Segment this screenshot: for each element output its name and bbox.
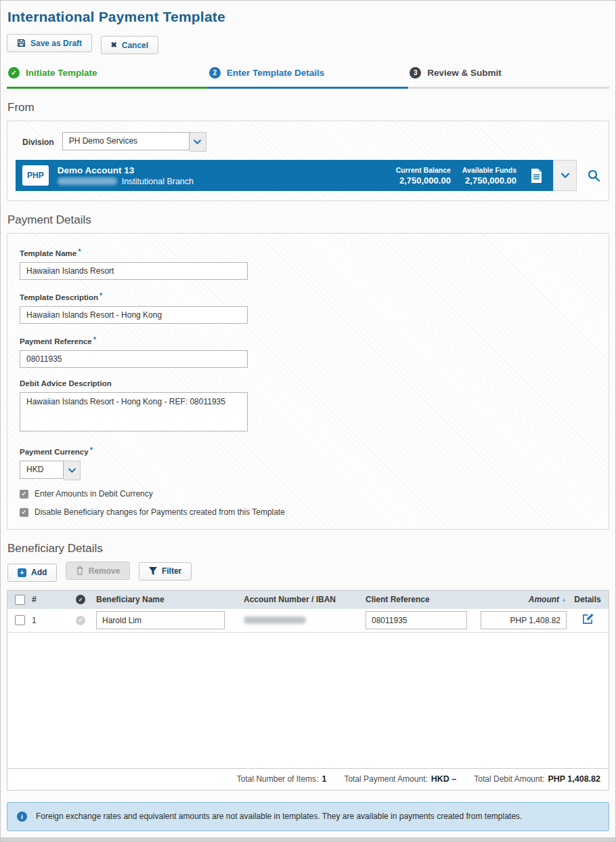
available-funds: Available Funds 2,750,000.00 <box>462 166 516 186</box>
add-beneficiary-button[interactable]: + Add <box>7 564 57 582</box>
total-payment-value: HKD – <box>431 774 457 784</box>
enter-amounts-checkbox[interactable]: ✓ <box>20 490 28 499</box>
save-icon <box>17 39 26 47</box>
save-as-draft-button[interactable]: Save as Draft <box>7 34 92 52</box>
payment-currency-select[interactable]: HKD <box>20 461 81 480</box>
disable-beneficiary-checkbox-row: ✓ Disable Beneficiary changes for Paymen… <box>20 507 596 517</box>
client-reference-column-header[interactable]: Client Reference <box>366 595 472 604</box>
payment-reference-field: Payment Reference* <box>20 335 596 368</box>
info-icon: i <box>17 812 27 822</box>
international-payment-template-page: International Payment Template Save as D… <box>0 0 616 842</box>
beneficiary-details-heading: Beneficiary Details <box>7 542 609 555</box>
document-icon[interactable] <box>530 168 543 184</box>
division-select-value[interactable]: PH Demo Services <box>62 132 190 150</box>
required-marker: * <box>90 446 93 454</box>
template-name-field: Template Name* <box>20 247 596 280</box>
template-name-label: Template Name <box>20 249 76 257</box>
disable-beneficiary-checkbox[interactable]: ✓ <box>20 508 28 517</box>
add-label: Add <box>31 568 47 577</box>
available-funds-label: Available Funds <box>462 166 516 174</box>
close-icon: ✖ <box>111 41 117 49</box>
page-title: International Payment Template <box>7 9 609 25</box>
total-payment-amount: Total Payment Amount:HKD – <box>344 774 456 784</box>
payment-reference-input[interactable] <box>20 350 248 368</box>
payment-currency-field: Payment Currency* HKD <box>20 446 596 480</box>
step-3-label: Review & Submit <box>427 68 502 78</box>
trash-icon <box>76 566 84 575</box>
client-reference-input[interactable] <box>366 611 467 629</box>
required-marker: * <box>100 291 102 299</box>
account-card[interactable]: PHP Demo Account 13 Institutional Branch… <box>16 160 553 191</box>
disable-beneficiary-label: Disable Beneficiary changes for Payments… <box>35 507 285 517</box>
beneficiary-name-column-header[interactable]: Beneficiary Name <box>96 595 244 604</box>
step-review-submit[interactable]: 3 Review & Submit <box>408 66 609 89</box>
available-funds-value: 2,750,000.00 <box>462 175 516 186</box>
cancel-button[interactable]: ✖ Cancel <box>101 36 159 54</box>
chevron-down-icon[interactable] <box>190 132 206 152</box>
account-chevron-down-icon[interactable] <box>553 160 577 191</box>
filter-label: Filter <box>162 566 181 576</box>
step-initiate-template[interactable]: ✓ Initiate Template <box>7 66 208 89</box>
table-summary-row: Total Number of Items:1 Total Payment Am… <box>7 768 609 790</box>
current-balance: Current Balance 2,750,000.00 <box>396 166 451 186</box>
from-heading: From <box>7 101 609 114</box>
bottom-edge-strip <box>1 837 615 841</box>
beneficiary-name-input[interactable] <box>96 611 225 629</box>
row-index: 1 <box>32 616 65 625</box>
filter-icon <box>149 567 157 575</box>
division-label: Division <box>22 138 54 147</box>
beneficiary-table-header: # ✓ Beneficiary Name Account Number / IB… <box>7 591 609 609</box>
step-enter-template-details[interactable]: 2 Enter Template Details <box>208 66 409 89</box>
search-icon[interactable] <box>587 169 600 182</box>
amount-input[interactable] <box>481 611 567 629</box>
enter-amounts-label: Enter Amounts in Debit Currency <box>35 489 153 499</box>
step-3-number-badge: 3 <box>410 67 421 79</box>
from-panel: Division PH Demo Services PHP Demo Accou… <box>7 121 609 201</box>
edit-details-icon[interactable] <box>582 613 594 625</box>
payment-details-panel: Template Name* Template Description* Pay… <box>7 233 609 530</box>
cancel-label: Cancel <box>122 41 148 50</box>
filter-button[interactable]: Filter <box>139 562 192 581</box>
info-message-text: Foreign exchange rates and equivalent am… <box>36 812 522 821</box>
beneficiary-row: 1 ✓ <box>7 609 609 633</box>
required-marker: * <box>78 247 81 255</box>
debit-advice-description-field: Debit Advice Description Hawaiian Island… <box>20 379 596 434</box>
amount-column-header[interactable]: Amount <box>529 595 559 604</box>
current-balance-label: Current Balance <box>396 166 451 174</box>
index-column-header: # <box>32 595 65 604</box>
debit-advice-description-label: Debit Advice Description <box>20 379 112 387</box>
payment-currency-label: Payment Currency <box>20 448 89 456</box>
debit-advice-description-textarea[interactable]: Hawaiian Islands Resort - Hong Kong - RE… <box>20 392 248 431</box>
template-name-input[interactable] <box>20 262 248 280</box>
account-number-column-header[interactable]: Account Number / IBAN <box>244 595 366 604</box>
chevron-down-icon[interactable] <box>64 461 81 480</box>
row-checkbox[interactable] <box>15 615 25 625</box>
step-2-label: Enter Template Details <box>227 68 325 78</box>
step-1-label: Initiate Template <box>26 68 97 78</box>
status-check-icon: ✓ <box>76 595 85 604</box>
current-balance-value: 2,750,000.00 <box>396 175 451 186</box>
payment-details-heading: Payment Details <box>7 213 609 227</box>
details-column-header: Details <box>567 595 609 604</box>
account-identity: Demo Account 13 Institutional Branch <box>58 165 396 186</box>
check-circle-icon: ✓ <box>8 67 20 79</box>
sort-ascending-icon[interactable]: ▲ <box>561 597 567 603</box>
beneficiary-account-redacted <box>244 616 306 624</box>
payment-reference-label: Payment Reference <box>20 337 92 345</box>
total-debit-amount: Total Debit Amount:PHP 1,408.82 <box>474 774 600 784</box>
account-currency-badge: PHP <box>22 165 49 186</box>
template-description-field: Template Description* <box>20 291 596 324</box>
template-description-input[interactable] <box>20 306 248 324</box>
required-marker: * <box>93 335 96 343</box>
select-all-checkbox[interactable] <box>15 595 25 605</box>
division-select[interactable]: PH Demo Services <box>62 132 206 152</box>
remove-beneficiary-button[interactable]: Remove <box>66 562 131 580</box>
remove-label: Remove <box>89 566 120 576</box>
toolbar: Save as Draft ✖ Cancel <box>7 34 609 54</box>
payment-currency-value[interactable]: HKD <box>20 461 64 479</box>
step-indicator: ✓ Initiate Template 2 Enter Template Det… <box>7 66 609 89</box>
beneficiary-toolbar: + Add Remove Filter <box>7 562 609 582</box>
info-message-box: i Foreign exchange rates and equivalent … <box>7 802 609 831</box>
row-status-check-icon: ✓ <box>76 616 85 625</box>
save-as-draft-label: Save as Draft <box>30 39 82 48</box>
